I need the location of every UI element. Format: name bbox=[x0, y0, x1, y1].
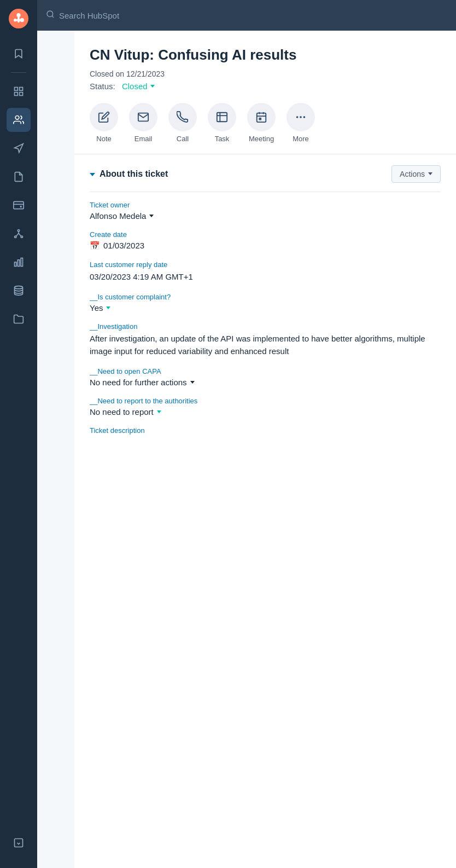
need-capa-value[interactable]: No need for further actions bbox=[90, 378, 441, 387]
sidebar-item-expand[interactable] bbox=[7, 831, 31, 855]
about-ticket-section: About this ticket Actions Ticket owner A… bbox=[74, 154, 456, 444]
report-authorities-label: __Need to report to the authorities bbox=[90, 397, 441, 405]
ticket-description-field: Ticket description bbox=[90, 426, 441, 435]
svg-rect-10 bbox=[20, 92, 23, 96]
meeting-button[interactable]: Meeting bbox=[247, 103, 276, 143]
svg-point-11 bbox=[15, 116, 19, 120]
status-chevron-icon bbox=[150, 85, 155, 88]
last-reply-date-label: Last customer reply date bbox=[90, 261, 441, 269]
more-button[interactable]: More bbox=[287, 103, 315, 143]
svg-rect-8 bbox=[20, 88, 23, 91]
svg-point-31 bbox=[297, 117, 298, 118]
task-button-label: Task bbox=[215, 135, 230, 143]
ticket-title: CN Vitup: Confusing AI results bbox=[90, 46, 441, 64]
svg-rect-4 bbox=[19, 19, 22, 21]
task-button[interactable]: Task bbox=[208, 103, 236, 143]
actions-dropdown-button[interactable]: Actions bbox=[391, 165, 441, 183]
is-complaint-value[interactable]: Yes bbox=[90, 303, 441, 313]
ticket-owner-field: Ticket owner Alfonso Medela bbox=[90, 201, 441, 221]
investigation-label: __Investigation bbox=[90, 322, 441, 331]
svg-point-22 bbox=[47, 11, 53, 17]
svg-rect-6 bbox=[15, 19, 19, 21]
sidebar-item-folder[interactable] bbox=[7, 307, 31, 331]
svg-rect-21 bbox=[15, 839, 23, 847]
hubspot-logo[interactable] bbox=[9, 9, 28, 31]
svg-point-1 bbox=[16, 13, 20, 17]
need-capa-text: No need for further actions bbox=[90, 378, 187, 387]
status-label: Status: bbox=[90, 82, 115, 91]
calendar-icon: 📅 bbox=[90, 241, 100, 251]
top-search-bar bbox=[37, 0, 456, 31]
sidebar-item-reports[interactable] bbox=[7, 165, 31, 189]
sidebar-item-analytics[interactable] bbox=[7, 250, 31, 274]
investigation-text: After investigation, an update of the AP… bbox=[90, 333, 441, 357]
search-input[interactable] bbox=[59, 11, 447, 20]
last-reply-date-text: 03/20/2023 4:19 AM GMT+1 bbox=[90, 271, 193, 283]
svg-point-33 bbox=[304, 117, 305, 118]
investigation-value: After investigation, an update of the AP… bbox=[90, 333, 441, 357]
email-button[interactable]: Email bbox=[129, 103, 157, 143]
call-button-label: Call bbox=[177, 135, 189, 143]
report-authorities-field: __Need to report to the authorities No n… bbox=[90, 397, 441, 416]
sidebar-item-dashboard[interactable] bbox=[7, 79, 31, 103]
is-complaint-chevron-icon bbox=[106, 306, 110, 309]
meeting-icon-circle bbox=[247, 103, 276, 131]
sidebar-item-database[interactable] bbox=[7, 279, 31, 303]
action-buttons-row: Note Email Call Task bbox=[90, 103, 441, 143]
more-button-label: More bbox=[293, 135, 309, 143]
note-button-label: Note bbox=[96, 135, 111, 143]
svg-rect-18 bbox=[17, 260, 19, 267]
svg-rect-23 bbox=[217, 112, 227, 121]
sidebar-divider bbox=[11, 72, 26, 73]
svg-point-13 bbox=[20, 206, 21, 207]
actions-chevron-icon bbox=[428, 172, 432, 175]
svg-rect-7 bbox=[15, 88, 18, 91]
actions-button-label: Actions bbox=[400, 170, 425, 178]
ticket-status-row: Status: Closed bbox=[90, 82, 441, 91]
meeting-button-label: Meeting bbox=[249, 135, 274, 143]
sidebar-item-marketing[interactable] bbox=[7, 136, 31, 160]
sidebar-item-bookmark[interactable] bbox=[7, 42, 31, 66]
main-content: CN Vitup: Confusing AI results Closed on… bbox=[74, 31, 456, 868]
need-capa-field: __Need to open CAPA No need for further … bbox=[90, 367, 441, 387]
task-icon-circle bbox=[208, 103, 236, 131]
sidebar bbox=[0, 0, 37, 868]
is-complaint-label: __Is customer complaint? bbox=[90, 293, 441, 301]
svg-point-15 bbox=[15, 236, 16, 238]
need-capa-chevron-icon bbox=[190, 381, 195, 384]
svg-rect-9 bbox=[15, 92, 18, 96]
sidebar-item-wallet[interactable] bbox=[7, 193, 31, 217]
section-title: About this ticket bbox=[100, 169, 168, 179]
create-date-label: Create date bbox=[90, 230, 441, 239]
note-icon-circle bbox=[90, 103, 118, 131]
ticket-owner-value[interactable]: Alfonso Medela bbox=[90, 211, 441, 221]
svg-rect-19 bbox=[21, 258, 22, 267]
call-button[interactable]: Call bbox=[168, 103, 197, 143]
investigation-field: __Investigation After investigation, an … bbox=[90, 322, 441, 357]
status-value[interactable]: Closed bbox=[122, 82, 155, 91]
note-button[interactable]: Note bbox=[90, 103, 118, 143]
ticket-fields-list: Ticket owner Alfonso Medela Create date … bbox=[90, 192, 441, 444]
sidebar-item-contacts[interactable] bbox=[7, 108, 31, 132]
more-icon-circle bbox=[287, 103, 315, 131]
ticket-owner-chevron-icon bbox=[149, 215, 154, 217]
ticket-description-label: Ticket description bbox=[90, 426, 441, 435]
report-authorities-chevron-icon bbox=[157, 410, 161, 413]
email-icon-circle bbox=[129, 103, 157, 131]
call-icon-circle bbox=[168, 103, 197, 131]
status-text: Closed bbox=[122, 82, 148, 91]
ticket-closed-date: Closed on 12/21/2023 bbox=[90, 70, 441, 78]
need-capa-label: __Need to open CAPA bbox=[90, 367, 441, 375]
search-icon bbox=[46, 10, 55, 21]
ticket-header: CN Vitup: Confusing AI results Closed on… bbox=[74, 31, 456, 154]
svg-point-16 bbox=[21, 236, 22, 238]
create-date-field: Create date 📅 01/03/2023 bbox=[90, 230, 441, 251]
sidebar-item-network[interactable] bbox=[7, 222, 31, 246]
svg-rect-30 bbox=[259, 118, 261, 119]
section-chevron-icon bbox=[90, 173, 95, 176]
last-reply-date-value: 03/20/2023 4:19 AM GMT+1 bbox=[90, 271, 441, 283]
svg-point-14 bbox=[17, 230, 19, 232]
svg-rect-12 bbox=[14, 201, 24, 209]
report-authorities-value[interactable]: No need to report bbox=[90, 407, 441, 416]
is-complaint-field: __Is customer complaint? Yes bbox=[90, 293, 441, 313]
